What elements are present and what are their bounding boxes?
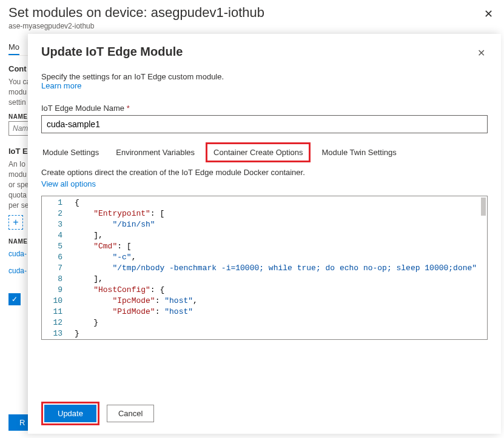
tab-modules[interactable]: Mo bbox=[8, 40, 19, 55]
line-number: 6 bbox=[42, 252, 70, 263]
code-line: "/tmp/nbody -benchmark -i=10000; while t… bbox=[75, 263, 482, 274]
field-label-text: IoT Edge Module Name bbox=[41, 104, 124, 113]
highlight-annotation: Container Create Options bbox=[206, 142, 311, 162]
tab-environment-variables[interactable]: Environment Variables bbox=[115, 145, 196, 159]
code-content[interactable]: { "Entrypoint": [ "/bin/sh" ], "Cmd": [ … bbox=[42, 196, 487, 340]
line-number: 5 bbox=[42, 241, 70, 252]
code-line: "-c", bbox=[75, 252, 482, 263]
module-name-label: IoT Edge Module Name * bbox=[41, 104, 488, 113]
line-number: 2 bbox=[42, 208, 70, 219]
scrollbar-thumb[interactable] bbox=[481, 197, 486, 216]
line-number: 4 bbox=[42, 230, 70, 241]
line-number: 13 bbox=[42, 328, 70, 339]
view-all-options-link[interactable]: View all options bbox=[41, 179, 96, 188]
line-number: 8 bbox=[42, 274, 70, 285]
panel-footer: Update Cancel bbox=[41, 393, 488, 425]
line-gutter: 12345678910111213 bbox=[42, 196, 70, 340]
check-icon: ✓ bbox=[8, 293, 21, 305]
learn-more-link[interactable]: Learn more bbox=[41, 81, 81, 90]
tab-description: Create options direct the creation of th… bbox=[41, 168, 488, 177]
tab-module-settings[interactable]: Module Settings bbox=[41, 145, 100, 159]
code-line: ], bbox=[75, 230, 482, 241]
line-number: 11 bbox=[42, 307, 70, 317]
code-line: ], bbox=[75, 274, 482, 285]
module-name-input[interactable] bbox=[41, 115, 488, 133]
create-options-editor[interactable]: 12345678910111213 { "Entrypoint": [ "/bi… bbox=[41, 196, 488, 340]
code-line: } bbox=[75, 317, 482, 328]
line-number: 9 bbox=[42, 285, 70, 296]
update-module-panel: Update IoT Edge Module ✕ Specify the set… bbox=[28, 34, 501, 434]
page-title: Set modules on device: asegpudev1-iothub bbox=[8, 5, 496, 21]
required-indicator: * bbox=[127, 104, 130, 113]
code-line: "HostConfig": { bbox=[75, 285, 482, 296]
code-line: } bbox=[75, 328, 482, 339]
tab-module-twin-settings[interactable]: Module Twin Settings bbox=[320, 145, 397, 159]
code-line: { bbox=[75, 197, 482, 208]
close-icon[interactable]: ✕ bbox=[475, 45, 488, 61]
highlight-annotation: Update bbox=[41, 402, 99, 425]
tab-container-create-options[interactable]: Container Create Options bbox=[212, 145, 304, 159]
code-line: "/bin/sh" bbox=[75, 219, 482, 230]
line-number: 7 bbox=[42, 263, 70, 274]
panel-description: Specify the settings for an IoT Edge cus… bbox=[41, 72, 488, 81]
line-number: 10 bbox=[42, 296, 70, 307]
code-line: "IpcMode": "host", bbox=[75, 296, 482, 307]
code-line: "Cmd": [ bbox=[75, 241, 482, 252]
module-tabs: Module Settings Environment Variables Co… bbox=[41, 145, 488, 159]
line-number: 12 bbox=[42, 317, 70, 328]
line-number: 3 bbox=[42, 219, 70, 230]
line-number: 1 bbox=[42, 197, 70, 208]
close-icon[interactable]: ✕ bbox=[484, 7, 493, 21]
plus-icon: + bbox=[8, 215, 23, 230]
code-line: "Entrypoint": [ bbox=[75, 208, 482, 219]
code-line: "PidMode": "host" bbox=[75, 307, 482, 317]
cancel-button[interactable]: Cancel bbox=[107, 405, 154, 422]
update-button[interactable]: Update bbox=[44, 405, 96, 422]
panel-title: Update IoT Edge Module bbox=[41, 45, 183, 59]
page-subtitle: ase-myasegpudev2-iothub bbox=[8, 22, 496, 30]
